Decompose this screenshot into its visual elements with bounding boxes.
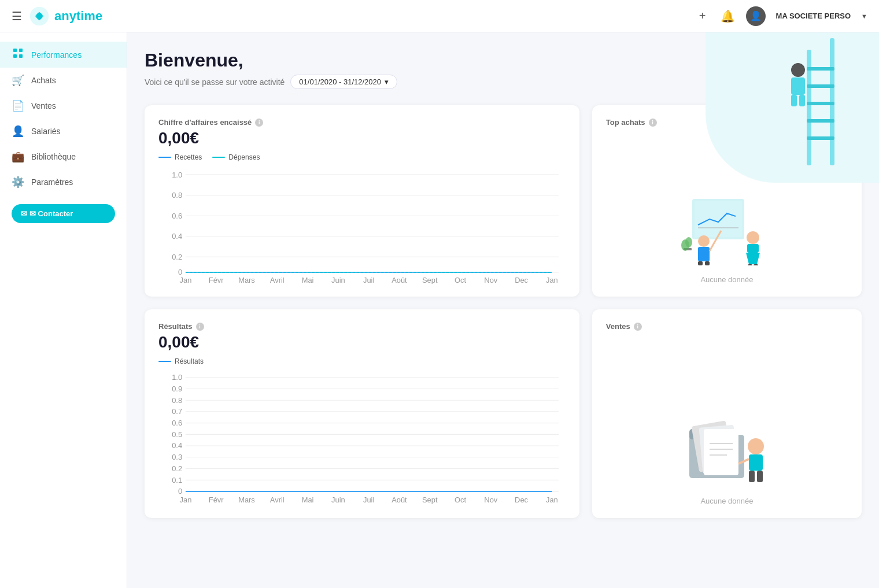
svg-text:Mai: Mai <box>302 276 314 284</box>
svg-text:Nov: Nov <box>484 276 498 284</box>
svg-rect-103 <box>757 471 763 482</box>
svg-text:0.5: 0.5 <box>172 431 182 439</box>
user-name[interactable]: MA SOCIETE PERSO <box>776 12 851 20</box>
svg-rect-45 <box>698 247 710 261</box>
doc-icon: 📄 <box>12 99 24 112</box>
legend-recettes: Recettes <box>158 153 202 161</box>
ventes-illustration <box>681 409 773 490</box>
layout: Performances 🛒 Achats 📄 Ventes 👤 Salarié… <box>0 32 879 588</box>
person-icon: 👤 <box>12 125 24 138</box>
sidebar-item-parametres[interactable]: ⚙️ Paramètres <box>0 169 127 195</box>
svg-rect-14 <box>791 95 797 106</box>
svg-rect-102 <box>749 471 755 482</box>
svg-rect-15 <box>799 95 805 106</box>
cards-row-2: Résultats i 0,00€ Résultats <box>145 309 862 518</box>
gear-icon: ⚙️ <box>12 176 24 188</box>
sidebar-label-bibliotheque: Bibliothèque <box>31 152 76 161</box>
svg-rect-101 <box>749 454 763 471</box>
svg-rect-52 <box>748 264 752 265</box>
svg-text:0.2: 0.2 <box>172 465 182 473</box>
svg-rect-50 <box>747 244 759 253</box>
chart-ca-title: Chiffre d'affaires encaissé i <box>158 118 566 127</box>
resultats-card: Résultats i 0,00€ Résultats <box>145 309 579 518</box>
svg-text:Août: Août <box>392 496 407 504</box>
sidebar-label-parametres: Paramètres <box>31 177 73 187</box>
svg-point-100 <box>748 438 764 454</box>
svg-text:Oct: Oct <box>455 496 467 504</box>
legend-line-resultats <box>158 361 171 362</box>
svg-text:Jan: Jan <box>180 276 192 284</box>
svg-text:Juin: Juin <box>331 496 345 504</box>
bell-icon[interactable]: 🔔 <box>721 9 736 24</box>
top-nav: ☰ anytime + 🔔 👤 MA SOCIETE PERSO ▼ <box>0 0 879 32</box>
svg-rect-7 <box>807 67 834 71</box>
date-range-value: 01/01/2020 - 31/12/2020 <box>299 77 381 86</box>
svg-text:Févr: Févr <box>209 276 224 284</box>
sidebar-item-salaries[interactable]: 👤 Salariés <box>0 119 127 144</box>
svg-text:0.9: 0.9 <box>172 385 182 393</box>
svg-text:0.2: 0.2 <box>172 253 182 261</box>
sidebar-item-performances[interactable]: Performances <box>0 42 127 68</box>
svg-text:Avril: Avril <box>270 276 285 284</box>
date-range-button[interactable]: 01/01/2020 - 31/12/2020 ▾ <box>290 75 397 89</box>
svg-text:Juil: Juil <box>363 276 374 284</box>
info-icon-2: i <box>649 119 657 127</box>
contact-button[interactable]: ✉ ✉ Contacter <box>12 204 115 223</box>
legend-line-cyan <box>212 157 225 158</box>
svg-rect-47 <box>705 261 710 265</box>
grid-icon <box>12 48 24 61</box>
sidebar-item-achats[interactable]: 🛒 Achats <box>0 68 127 93</box>
svg-point-56 <box>685 237 692 247</box>
chart-ca-card: Chiffre d'affaires encaissé i 0,00€ Rece… <box>145 105 579 297</box>
sidebar-item-bibliotheque[interactable]: 💼 Bibliothèque <box>0 144 127 169</box>
sidebar-label-salaries: Salariés <box>31 127 61 136</box>
svg-text:Sept: Sept <box>422 496 438 504</box>
logo-text: anytime <box>54 9 102 24</box>
svg-text:Dec: Dec <box>515 276 528 284</box>
svg-rect-4 <box>19 54 23 58</box>
svg-text:Jan: Jan <box>546 496 558 504</box>
hero-decoration <box>706 32 879 183</box>
svg-text:Mars: Mars <box>238 276 255 284</box>
svg-point-49 <box>747 231 759 244</box>
svg-rect-8 <box>807 84 834 88</box>
svg-text:Févr: Févr <box>209 496 224 504</box>
svg-text:Mars: Mars <box>238 496 255 504</box>
sidebar-label-performances: Performances <box>31 50 82 60</box>
nav-right: + 🔔 👤 MA SOCIETE PERSO ▼ <box>695 6 867 26</box>
svg-text:Avril: Avril <box>270 496 285 504</box>
info-icon-4: i <box>634 323 642 331</box>
ventes-title: Ventes i <box>606 322 642 331</box>
svg-text:1.0: 1.0 <box>172 374 182 382</box>
svg-rect-53 <box>754 264 758 265</box>
sidebar-label-ventes: Ventes <box>31 101 56 110</box>
chevron-down-icon: ▼ <box>861 13 867 20</box>
svg-text:Jan: Jan <box>180 496 192 504</box>
cart-icon: 🛒 <box>12 74 24 87</box>
svg-rect-42 <box>695 201 742 237</box>
sidebar-label-achats: Achats <box>31 76 56 85</box>
logo-icon <box>29 6 50 27</box>
resultats-value: 0,00€ <box>158 333 566 352</box>
svg-rect-2 <box>19 49 23 52</box>
briefcase-icon: 💼 <box>12 150 24 163</box>
info-icon-3: i <box>196 323 204 331</box>
resultats-legend: Résultats <box>158 357 566 365</box>
svg-text:Juil: Juil <box>363 496 374 504</box>
svg-point-12 <box>791 63 805 77</box>
svg-text:Oct: Oct <box>455 276 467 284</box>
svg-point-44 <box>698 235 710 247</box>
legend-line-blue <box>158 157 171 158</box>
nav-left: ☰ anytime <box>12 6 102 27</box>
sidebar-item-ventes[interactable]: 📄 Ventes <box>0 93 127 119</box>
legend-resultats: Résultats <box>158 357 204 365</box>
svg-text:Mai: Mai <box>302 496 314 504</box>
svg-rect-3 <box>13 54 17 58</box>
svg-marker-51 <box>746 253 760 264</box>
plus-icon[interactable]: + <box>695 9 710 24</box>
svg-text:Sept: Sept <box>422 276 438 284</box>
resultats-chart-area: 1.0 0.9 0.8 0.7 0.6 0.5 0.4 0.3 0.2 0.1 … <box>158 372 566 505</box>
svg-text:Nov: Nov <box>484 496 498 504</box>
hamburger-menu[interactable]: ☰ <box>12 9 22 23</box>
svg-rect-13 <box>791 77 805 95</box>
